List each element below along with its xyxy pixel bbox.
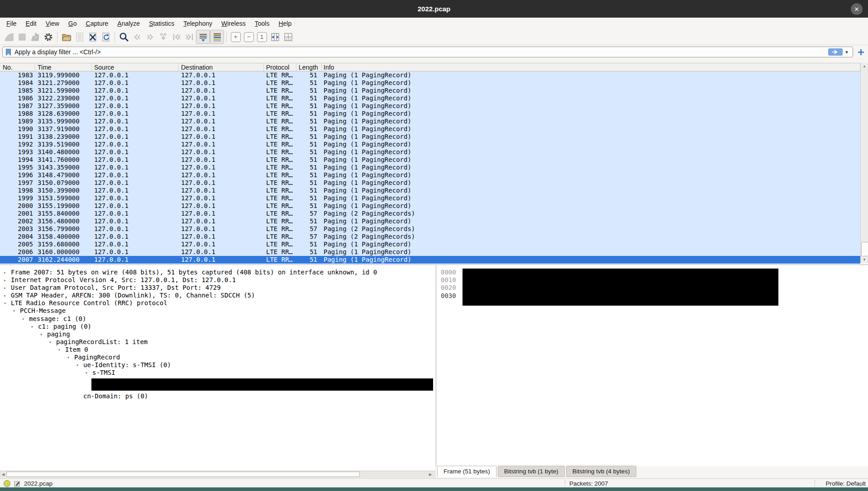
tree-item[interactable]: ▸User Datagram Protocol, Src Port: 13337… — [0, 284, 435, 292]
tree-item[interactable]: ▾PagingRecord — [0, 354, 435, 361]
menu-item-view[interactable]: View — [41, 19, 64, 28]
tree-item[interactable]: ▾PCCH-Message — [0, 307, 435, 315]
bytes-tab-bitstring-tvb-1-byte-[interactable]: Bitstring tvb (1 byte) — [498, 466, 565, 477]
packet-row-1994[interactable]: 19943141.760000127.0.0.1127.0.0.1LTE RR…… — [0, 156, 860, 164]
column-header-destination[interactable]: Destination — [179, 63, 264, 71]
zoom-in-button[interactable]: + — [229, 30, 242, 43]
packet-row-1993[interactable]: 19933140.480000127.0.0.1127.0.0.1LTE RR…… — [0, 148, 860, 156]
packet-row-2000[interactable]: 20003155.199000127.0.0.1127.0.0.1LTE RR…… — [0, 202, 860, 210]
find-packet-button[interactable] — [117, 30, 130, 43]
packet-row-2003[interactable]: 20033156.799000127.0.0.1127.0.0.1LTE RR…… — [0, 225, 860, 233]
packet-row-1984[interactable]: 19843121.279000127.0.0.1127.0.0.1LTE RR…… — [0, 79, 860, 87]
add-filter-button-plus[interactable] — [856, 47, 865, 57]
expander-expanded-icon[interactable]: ▾ — [67, 354, 74, 361]
start-capture-button[interactable] — [2, 30, 15, 43]
scrollbar-thumb[interactable] — [861, 242, 868, 256]
packet-row-1989[interactable]: 19893135.999000127.0.0.1127.0.0.1LTE RR…… — [0, 118, 860, 125]
close-file-button[interactable] — [86, 30, 99, 43]
packet-row-1983[interactable]: 19833119.999000127.0.0.1127.0.0.1LTE RR…… — [0, 71, 860, 79]
packet-row-2004[interactable]: 20043158.400000127.0.0.1127.0.0.1LTE RR…… — [0, 233, 860, 241]
restart-capture-button[interactable] — [29, 30, 42, 43]
scroll-down-arrow-icon[interactable]: ▼ — [861, 256, 868, 263]
menu-item-file[interactable]: File — [2, 19, 21, 28]
go-back-button[interactable] — [130, 30, 143, 43]
column-header-info[interactable]: Info — [322, 63, 860, 71]
scroll-left-arrow-icon[interactable]: ◀ — [0, 471, 6, 477]
expander-expanded-icon[interactable]: ▾ — [22, 315, 29, 323]
packet-row-1986[interactable]: 19863122.239000127.0.0.1127.0.0.1LTE RR…… — [0, 94, 860, 102]
resize-columns-button[interactable] — [268, 30, 281, 43]
packet-row-2002[interactable]: 20023156.480000127.0.0.1127.0.0.1LTE RR…… — [0, 217, 860, 225]
tree-item[interactable]: ▾ue-Identity: s-TMSI (0) — [0, 361, 435, 369]
packet-row-1992[interactable]: 19923139.519000127.0.0.1127.0.0.1LTE RR…… — [0, 141, 860, 148]
packet-row-1985[interactable]: 19853121.599000127.0.0.1127.0.0.1LTE RR…… — [0, 87, 860, 94]
tree-item[interactable]: ▾LTE Radio Resource Control (RRC) protoc… — [0, 299, 435, 307]
annotation-pencil-icon[interactable] — [14, 480, 20, 487]
tree-item[interactable]: ▸Frame 2007: 51 bytes on wire (408 bits)… — [0, 269, 435, 276]
expander-expanded-icon[interactable]: ▾ — [85, 369, 92, 377]
scroll-right-arrow-icon[interactable]: ▶ — [427, 471, 434, 477]
details-horizontal-scrollbar[interactable]: ◀ ▶ — [0, 471, 435, 478]
menu-item-analyze[interactable]: Analyze — [113, 19, 144, 28]
expander-collapsed-icon[interactable]: ▸ — [4, 284, 11, 292]
packet-row-2007[interactable]: 20073162.244000127.0.0.1127.0.0.1LTE RR…… — [0, 256, 860, 264]
layout-columns-button[interactable]: 123 — [281, 30, 295, 43]
expander-expanded-icon[interactable]: ▾ — [76, 361, 83, 369]
display-filter-input[interactable] — [14, 48, 828, 56]
tree-item[interactable]: ▸Internet Protocol Version 4, Src: 127.0… — [0, 276, 435, 284]
expander-collapsed-icon[interactable]: ▸ — [4, 276, 11, 284]
packet-row-1999[interactable]: 19993153.599000127.0.0.1127.0.0.1LTE RR…… — [0, 194, 860, 202]
go-first-packet-button[interactable] — [170, 30, 183, 43]
colorize-packets-button[interactable] — [210, 30, 224, 44]
tree-item[interactable]: ▾pagingRecordList: 1 item — [0, 338, 435, 346]
expander-expanded-icon[interactable]: ▾ — [4, 299, 11, 307]
packet-row-1988[interactable]: 19883128.639000127.0.0.1127.0.0.1LTE RR…… — [0, 110, 860, 118]
expert-info-icon[interactable] — [4, 480, 10, 487]
expander-expanded-icon[interactable]: ▾ — [13, 307, 20, 315]
menu-item-capture[interactable]: Capture — [81, 19, 113, 28]
packet-row-1997[interactable]: 19973150.079000127.0.0.1127.0.0.1LTE RR…… — [0, 179, 860, 187]
open-file-button[interactable] — [60, 30, 73, 43]
menu-item-statistics[interactable]: Statistics — [144, 19, 179, 28]
stop-capture-button[interactable] — [15, 30, 29, 43]
expander-expanded-icon[interactable]: ▾ — [49, 338, 56, 346]
menu-item-telephony[interactable]: Telephony — [179, 19, 217, 28]
packet-row-1998[interactable]: 19983150.399000127.0.0.1127.0.0.1LTE RR…… — [0, 187, 860, 194]
bytes-tab-frame-51-bytes-[interactable]: Frame (51 bytes) — [437, 466, 496, 477]
expander-collapsed-icon[interactable]: ▸ — [4, 292, 11, 299]
tree-item[interactable]: cn-Domain: ps (0) — [0, 392, 435, 400]
close-window-button[interactable]: ✕ — [851, 3, 863, 15]
menu-item-wireless[interactable]: Wireless — [217, 19, 250, 28]
expander-expanded-icon[interactable]: ▾ — [31, 323, 38, 330]
column-header-no[interactable]: No. — [0, 63, 35, 71]
column-header-protocol[interactable]: Protocol — [264, 63, 296, 71]
display-filter-field[interactable]: ▼ — [2, 47, 853, 57]
status-profile[interactable]: Profile: Default — [825, 479, 866, 488]
go-forward-button[interactable] — [143, 30, 157, 43]
go-last-packet-button[interactable] — [183, 30, 196, 43]
apply-filter-button[interactable] — [828, 48, 843, 56]
tree-item[interactable]: ▾Item 0 — [0, 346, 435, 354]
capture-options-button[interactable] — [42, 30, 55, 43]
tree-item[interactable]: ▾paging — [0, 330, 435, 338]
save-file-button[interactable] — [73, 30, 86, 43]
zoom-out-button[interactable]: − — [242, 30, 255, 43]
column-header-source[interactable]: Source — [92, 63, 179, 71]
reload-file-button[interactable] — [99, 30, 112, 43]
menu-item-tools[interactable]: Tools — [250, 19, 274, 28]
packet-row-2001[interactable]: 20013155.840000127.0.0.1127.0.0.1LTE RR…… — [0, 210, 860, 217]
column-header-time[interactable]: Time — [35, 63, 92, 71]
packet-row-1987[interactable]: 19873127.359000127.0.0.1127.0.0.1LTE RR…… — [0, 102, 860, 110]
auto-scroll-button[interactable] — [196, 30, 210, 44]
filter-bookmark-icon[interactable] — [6, 49, 11, 56]
zoom-100-button[interactable]: 1 — [255, 30, 268, 43]
tree-item[interactable]: ▾s-TMSI — [0, 369, 435, 377]
packet-row-1991[interactable]: 19913138.239000127.0.0.1127.0.0.1LTE RR…… — [0, 133, 860, 141]
menu-item-help[interactable]: Help — [274, 19, 296, 28]
menu-item-go[interactable]: Go — [64, 19, 81, 28]
packet-row-1995[interactable]: 19953143.359000127.0.0.1127.0.0.1LTE RR…… — [0, 164, 860, 171]
column-header-length[interactable]: Length — [296, 63, 322, 71]
go-to-packet-button[interactable] — [157, 30, 170, 43]
packet-row-2006[interactable]: 20063160.000000127.0.0.1127.0.0.1LTE RR…… — [0, 248, 860, 256]
expander-expanded-icon[interactable]: ▾ — [40, 330, 47, 338]
